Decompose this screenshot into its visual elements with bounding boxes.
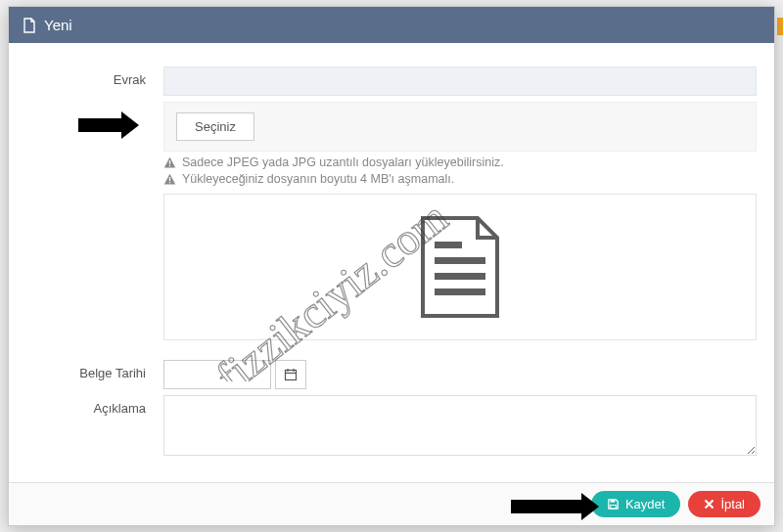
aciklama-label: Açıklama bbox=[26, 395, 163, 416]
file-select-button[interactable]: Seçiniz bbox=[176, 112, 254, 141]
date-picker-button[interactable] bbox=[275, 360, 306, 389]
hint-filetype: Sadece JPEG yada JPG uzantılı dosyaları … bbox=[163, 155, 757, 169]
calendar-icon bbox=[284, 368, 298, 381]
save-icon bbox=[607, 498, 620, 510]
modal-body: Evrak Seçiniz bbox=[9, 43, 774, 482]
svg-rect-1 bbox=[169, 164, 170, 165]
warning-icon bbox=[163, 156, 176, 169]
svg-rect-0 bbox=[169, 160, 170, 164]
cancel-button[interactable]: İptal bbox=[688, 491, 760, 517]
svg-rect-15 bbox=[611, 500, 616, 503]
modal-header: Yeni bbox=[9, 7, 774, 43]
close-icon bbox=[704, 499, 714, 510]
modal-new-document: Yeni Evrak Seçiniz bbox=[8, 6, 775, 526]
svg-rect-3 bbox=[169, 181, 170, 182]
file-icon bbox=[23, 18, 36, 33]
background-accent bbox=[777, 18, 783, 35]
modal-title: Yeni bbox=[44, 17, 72, 33]
svg-rect-7 bbox=[435, 288, 485, 295]
uploader-block: Seçiniz bbox=[163, 102, 757, 152]
hint-filesize: Yükleyeceğiniz dosyanın boyutu 4 MB'ı aş… bbox=[163, 172, 757, 186]
save-button[interactable]: Kaydet bbox=[591, 491, 680, 517]
modal-footer: Kaydet İptal bbox=[9, 482, 774, 525]
evrak-label: Evrak bbox=[26, 66, 163, 87]
file-preview-placeholder bbox=[163, 194, 757, 340]
svg-rect-8 bbox=[286, 371, 297, 380]
warning-icon bbox=[163, 173, 176, 186]
evrak-input[interactable] bbox=[163, 66, 757, 96]
svg-rect-4 bbox=[435, 242, 462, 248]
document-icon bbox=[413, 214, 507, 320]
belge-tarihi-input[interactable] bbox=[163, 360, 271, 389]
svg-rect-5 bbox=[435, 257, 485, 264]
belge-tarihi-label: Belge Tarihi bbox=[26, 360, 163, 380]
aciklama-textarea[interactable] bbox=[163, 395, 757, 456]
svg-rect-6 bbox=[435, 273, 485, 280]
svg-rect-2 bbox=[169, 177, 170, 181]
